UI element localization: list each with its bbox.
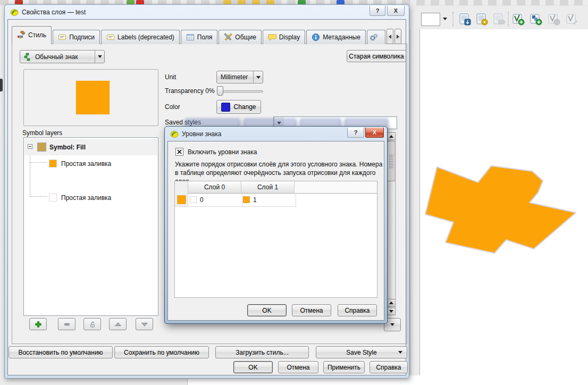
tab-label: Подписи — [69, 34, 95, 41]
row-symbol-swatch — [177, 195, 186, 204]
close-titlebar-button[interactable]: X — [387, 6, 405, 16]
close-titlebar-button[interactable]: X — [365, 128, 384, 138]
new-spatialite-layer-icon[interactable] — [548, 13, 560, 26]
tools-icon — [224, 33, 232, 41]
layer0-swatch — [190, 196, 197, 203]
restore-default-button[interactable]: Восстановить по умолчанию — [9, 346, 113, 358]
panel-divider — [410, 29, 410, 375]
levels-ok-button[interactable]: OK — [247, 304, 287, 316]
tab-general[interactable]: Общие — [219, 30, 261, 44]
edit-vector-icon[interactable] — [566, 13, 578, 26]
column-header-filler — [295, 181, 377, 194]
save-style-dropdown-button[interactable]: Save Style — [316, 346, 407, 358]
help-titlebar-button[interactable]: ? — [369, 6, 385, 16]
dialog-title: Свойства слоя — test — [22, 9, 86, 16]
right-arrow-icon — [397, 35, 399, 39]
ok-button[interactable]: OK — [233, 361, 273, 373]
properties-tab-bar: Стиль Подписи Labels (deprecated) Поля О… — [12, 28, 401, 44]
tab-labels[interactable]: Подписи — [53, 30, 100, 44]
symbol-levels-dialog: Уровни знака ? X Включить уровни знака У… — [164, 126, 388, 324]
cell-layer1[interactable]: 1 — [241, 193, 296, 207]
tab-label: Метаданные — [323, 34, 360, 41]
levels-table[interactable]: Слой 0 Слой 1 0 1 — [174, 181, 377, 298]
toolbar-separator — [452, 12, 455, 27]
levels-help-button[interactable]: Справка — [338, 304, 377, 316]
new-vector-layer-icon[interactable] — [512, 13, 525, 26]
dialog-client-area: Включить уровни знака Укажите порядок от… — [167, 141, 384, 321]
row-header-symbol-cell — [175, 193, 188, 207]
layer-properties-titlebar[interactable]: Свойства слоя — test — [7, 6, 407, 18]
tab-label: Labels (deprecated) — [117, 34, 174, 41]
row-header-corner — [175, 181, 188, 194]
save-style-label: Save Style — [346, 349, 376, 356]
speech-bubble-icon — [268, 33, 276, 41]
cancel-button[interactable]: Отмена — [278, 361, 318, 373]
info-icon — [312, 33, 320, 41]
tab-labels-deprecated[interactable]: Labels (deprecated) — [101, 30, 180, 44]
tab-diagrams-partial[interactable] — [367, 30, 385, 44]
labels-deprecated-icon — [106, 33, 115, 41]
toolbar-combo-arrow-icon[interactable] — [443, 18, 447, 20]
tab-label: Поля — [197, 34, 213, 41]
tab-display[interactable]: Display — [263, 30, 305, 44]
tab-style[interactable]: Стиль — [12, 26, 52, 44]
tab-scroll-right-button[interactable] — [394, 29, 401, 44]
qgis-logo-icon — [10, 8, 19, 16]
composer-manager-icon[interactable] — [458, 13, 471, 26]
checkbox-x-mark-icon — [177, 149, 182, 155]
save-default-button[interactable]: Сохранить по умолчанию — [114, 346, 209, 358]
style-brush-icon — [17, 31, 26, 39]
panel-divider — [419, 29, 420, 375]
tab-scroll-left-button[interactable] — [387, 29, 393, 44]
map-canvas[interactable] — [420, 29, 588, 385]
toolbar-separator — [508, 12, 510, 27]
new-shapefile-layer-icon[interactable] — [530, 13, 542, 26]
levels-cancel-button[interactable]: Отмена — [292, 304, 331, 316]
left-arrow-icon — [389, 35, 391, 39]
help-titlebar-button[interactable]: ? — [347, 128, 364, 138]
load-style-button[interactable]: Загрузить стиль... — [215, 346, 309, 358]
layer1-swatch — [243, 196, 250, 203]
fields-table-icon — [186, 33, 195, 41]
dialog-title: Уровни знака — [182, 130, 221, 138]
column-header-layer1: Слой 1 — [241, 181, 295, 194]
duplicate-composer-icon[interactable] — [492, 13, 505, 26]
help-button[interactable]: Справка — [369, 361, 408, 373]
layer1-value: 1 — [253, 196, 257, 204]
apply-button[interactable]: Применить — [323, 361, 365, 373]
qgis-logo-icon — [170, 130, 179, 138]
labels-icon — [58, 33, 66, 41]
background-icon-fragment — [0, 79, 3, 91]
tab-fields[interactable]: Поля — [181, 30, 218, 44]
gears-icon — [369, 33, 378, 41]
tab-metadata[interactable]: Метаданные — [306, 30, 366, 44]
enable-levels-row[interactable]: Включить уровни знака — [175, 148, 257, 156]
chevron-down-icon — [398, 351, 402, 354]
enable-levels-checkbox[interactable] — [175, 148, 183, 156]
toolbar-combo-fragment[interactable] — [421, 13, 440, 26]
cell-layer0[interactable]: 0 — [188, 193, 243, 207]
new-composer-icon[interactable] — [475, 13, 488, 26]
column-header-layer0: Слой 0 — [188, 181, 241, 194]
layer0-value: 0 — [200, 196, 204, 204]
tab-label: Стиль — [28, 31, 46, 39]
tab-label: Display — [279, 34, 300, 41]
tab-label: Общие — [235, 34, 256, 41]
enable-levels-label: Включить уровни знака — [188, 148, 257, 156]
